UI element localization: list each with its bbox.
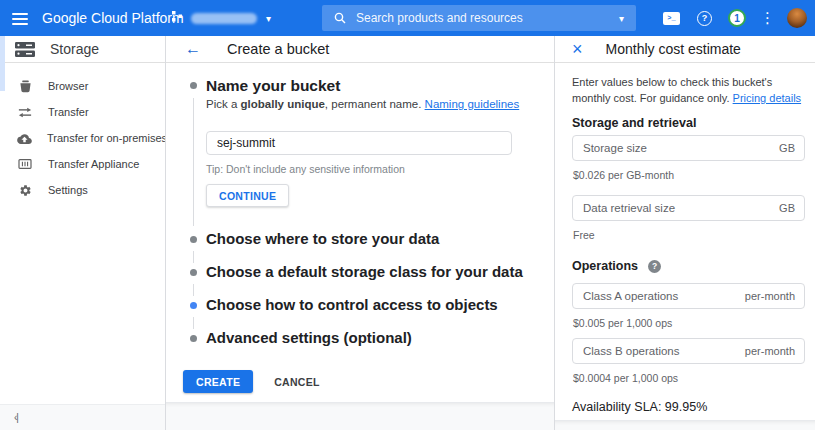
sidebar-item-label: Settings: [48, 184, 88, 196]
storage-size-note: $0.026 per GB-month: [573, 169, 674, 181]
form-actions: CREATE CANCEL: [183, 370, 320, 393]
step2-title[interactable]: Choose where to store your data: [206, 229, 439, 249]
nav-highlight-strip: [0, 36, 5, 91]
step5-title[interactable]: Advanced settings (optional): [206, 328, 412, 348]
close-icon[interactable]: ×: [572, 40, 583, 58]
menu-icon[interactable]: [12, 10, 30, 26]
step-connector-line: [193, 251, 194, 263]
top-app-bar: Google Cloud Platform ▾ ▾ >_ ? 1 ⋮: [0, 0, 815, 36]
desc-text: Pick a: [206, 98, 241, 110]
page-title: Create a bucket: [227, 41, 329, 57]
step2-bullet: [190, 236, 197, 243]
cost-intro: Enter values below to check this bucket'…: [572, 74, 805, 106]
sidebar-item-label: Transfer for on-premises: [47, 132, 167, 144]
sidebar-footer: ‹|: [0, 404, 165, 430]
class-a-ops-field[interactable]: per-month: [572, 283, 805, 309]
class-b-ops-unit: per-month: [745, 345, 804, 357]
help-icon[interactable]: ?: [697, 11, 712, 26]
storage-size-input[interactable]: [573, 142, 779, 154]
step4-bullet-active: [190, 302, 197, 309]
class-b-ops-field[interactable]: per-month: [572, 338, 805, 364]
pricing-details-link[interactable]: Pricing details: [733, 92, 801, 104]
cloud-upload-icon: [17, 133, 32, 144]
class-a-ops-unit: per-month: [745, 290, 804, 302]
section-operations: Operations ?: [572, 259, 661, 273]
topbar-actions: >_ ? 1 ⋮: [663, 0, 815, 36]
step1-bullet: [190, 82, 197, 89]
sidebar-item-transfer[interactable]: Transfer: [0, 99, 165, 125]
sidebar-item-settings[interactable]: Settings: [0, 177, 165, 203]
step1-title[interactable]: Name your bucket: [206, 76, 340, 96]
notifications-badge[interactable]: 1: [728, 9, 746, 27]
cancel-button[interactable]: CANCEL: [274, 376, 320, 388]
step-connector-line: [193, 98, 194, 226]
sidebar-item-label: Browser: [48, 80, 88, 92]
data-retrieval-field[interactable]: GB: [572, 195, 805, 221]
sidebar-title: Storage: [50, 41, 99, 57]
naming-guidelines-link[interactable]: Naming guidelines: [425, 98, 520, 110]
storage-size-field[interactable]: GB: [572, 135, 805, 161]
data-retrieval-note: Free: [573, 229, 595, 241]
search-bar[interactable]: ▾: [322, 5, 636, 31]
cloud-shell-icon[interactable]: >_: [663, 12, 680, 25]
appliance-icon: [17, 158, 33, 170]
step5-bullet: [190, 335, 197, 342]
sidebar-item-label: Transfer: [48, 106, 89, 118]
cost-panel-header: × Monthly cost estimate: [555, 36, 815, 63]
collapse-nav-icon[interactable]: ‹|: [14, 412, 18, 423]
transfer-arrows-icon: [17, 107, 33, 118]
product-brand: Google Cloud Platform: [42, 0, 184, 36]
create-bucket-panel: ← Create a bucket Name your bucket Pick …: [165, 36, 555, 430]
overflow-menu-icon[interactable]: ⋮: [760, 9, 775, 27]
cost-panel-title: Monthly cost estimate: [606, 41, 741, 57]
create-button[interactable]: CREATE: [183, 370, 253, 393]
step4-title[interactable]: Choose how to control access to objects: [206, 295, 498, 315]
step-connector-line: [193, 317, 194, 329]
class-a-ops-input[interactable]: [573, 290, 745, 302]
project-selector[interactable]: ▾: [172, 0, 271, 36]
back-arrow-icon[interactable]: ←: [185, 41, 201, 57]
cost-footer-strip: [555, 420, 815, 430]
step1-description: Pick a globally unique, permanent name. …: [206, 98, 519, 110]
project-name-redacted: [191, 13, 257, 24]
monthly-cost-panel: × Monthly cost estimate Enter values bel…: [555, 36, 815, 430]
availability-sla: Availability SLA: 99.95%: [572, 400, 707, 414]
chevron-down-icon: ▾: [266, 13, 271, 24]
search-input[interactable]: [356, 11, 613, 25]
avatar[interactable]: [787, 8, 807, 28]
continue-button[interactable]: CONTINUE: [206, 184, 289, 207]
project-logo-icon: [172, 9, 183, 27]
storage-sidebar: Storage Browser Transfer Transfer for on…: [0, 36, 165, 430]
storage-size-unit: GB: [779, 142, 804, 154]
desc-bold-text: globally unique: [241, 98, 325, 110]
operations-label: Operations: [572, 259, 638, 273]
search-icon: [334, 12, 346, 24]
bucket-icon: [17, 80, 33, 93]
sidebar-item-transfer-on-premises[interactable]: Transfer for on-premises: [0, 125, 165, 151]
main-footer-strip: [166, 402, 554, 430]
class-a-ops-note: $0.005 per 1,000 ops: [573, 317, 672, 329]
gcp-console-window: Google Cloud Platform ▾ ▾ >_ ? 1 ⋮ Stora…: [0, 0, 815, 430]
section-storage-retrieval: Storage and retrieval: [572, 116, 696, 130]
create-bucket-header: ← Create a bucket: [166, 36, 554, 63]
data-retrieval-unit: GB: [779, 202, 804, 214]
bucket-name-input[interactable]: [206, 131, 512, 155]
sidebar-header: Storage: [0, 36, 165, 63]
storage-icon: [15, 41, 35, 58]
class-b-ops-note: $0.0004 per 1,000 ops: [573, 372, 678, 384]
step3-title[interactable]: Choose a default storage class for your …: [206, 262, 523, 282]
sidebar-item-browser[interactable]: Browser: [0, 73, 165, 99]
search-dropdown-icon[interactable]: ▾: [619, 13, 624, 24]
bucket-name-tip: Tip: Don't include any sensitive informa…: [206, 163, 405, 175]
desc-text: , permanent name.: [325, 98, 425, 110]
sidebar-item-transfer-appliance[interactable]: Transfer Appliance: [0, 151, 165, 177]
data-retrieval-input[interactable]: [573, 202, 779, 214]
operations-help-icon[interactable]: ?: [648, 260, 661, 273]
step3-bullet: [190, 269, 197, 276]
step-connector-line: [193, 284, 194, 296]
sidebar-item-label: Transfer Appliance: [48, 158, 139, 170]
gear-icon: [17, 184, 33, 197]
class-b-ops-input[interactable]: [573, 345, 745, 357]
